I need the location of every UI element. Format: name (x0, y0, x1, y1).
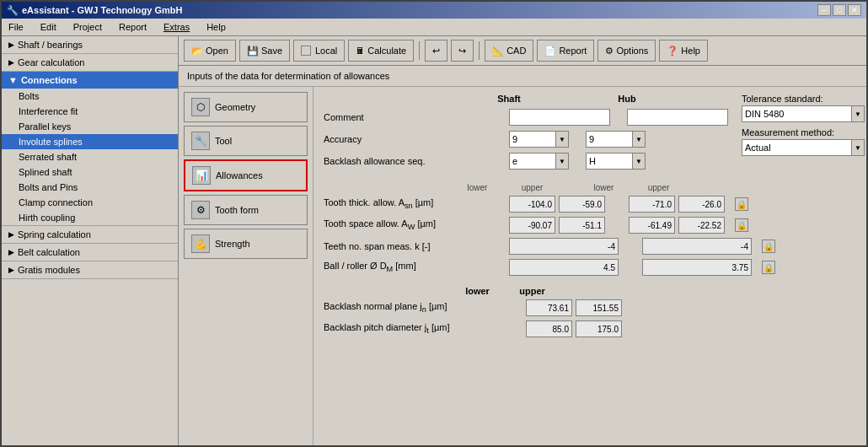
sidebar-group-connections[interactable]: ▼ Connections (2, 72, 178, 89)
shaft-upper-header: upper (505, 183, 560, 192)
backlash-hub-input[interactable]: H (586, 153, 632, 170)
sidebar-group-gear[interactable]: ▶ Gear calculation (2, 54, 178, 71)
measurement-method-combo[interactable]: Actual ▼ (742, 139, 866, 156)
result-lower-header: lower (450, 286, 505, 296)
backlash-row: Backlash allowance seq. e ▼ H ▼ (324, 153, 728, 170)
backlash-normal-row: Backlash normal plane jn [µm] 73.61 151.… (324, 299, 856, 316)
cad-button[interactable]: 📐 CAD (485, 40, 533, 62)
close-button[interactable]: ✕ (848, 4, 861, 16)
teeth-span-inputs: -4 -4 🔒 (509, 238, 775, 255)
sidebar-group-belt[interactable]: ▶ Belt calculation (2, 244, 178, 261)
tooth-space-label: Tooth space allow. AW [µm] (324, 218, 509, 231)
accuracy-hub-dropdown[interactable]: ▼ (632, 131, 646, 148)
subnav-allowances[interactable]: 📊 Allowances (184, 159, 308, 191)
subnav-tool[interactable]: 🔧 Tool (184, 126, 308, 156)
sidebar-group-spring[interactable]: ▶ Spring calculation (2, 226, 178, 243)
hub-lower-header: lower (576, 183, 631, 192)
menu-extras[interactable]: Extras (160, 20, 193, 34)
cad-icon: 📐 (492, 46, 504, 57)
redo-button[interactable]: ↪ (451, 40, 474, 62)
minimize-button[interactable]: ─ (817, 4, 831, 16)
accuracy-label: Accuracy (324, 134, 509, 144)
content-header: Inputs of the data for determination of … (179, 66, 866, 87)
menu-file[interactable]: File (5, 20, 27, 34)
help-button[interactable]: ❓ Help (659, 40, 708, 62)
options-button[interactable]: ⚙ Options (597, 40, 656, 62)
teeth-span-row: Teeth no. span meas. k [-] -4 -4 🔒 (324, 238, 856, 255)
backlash-hub-combo[interactable]: H ▼ (586, 153, 646, 170)
options-icon: ⚙ (605, 46, 613, 57)
teeth-span-lock[interactable]: 🔒 (762, 240, 775, 253)
sidebar-item-serrated-shaft[interactable]: Serrated shaft (2, 149, 178, 164)
tooth-thick-label: Tooth thick. allow. Asn [µm] (324, 197, 509, 210)
backlash-normal-lower: 73.61 (526, 299, 572, 316)
menu-edit[interactable]: Edit (37, 20, 60, 34)
accuracy-hub-input[interactable]: 9 (586, 131, 632, 148)
sidebar-group-gratis[interactable]: ▶ Gratis modules (2, 261, 178, 278)
backlash-shaft-input[interactable]: e (509, 153, 555, 170)
tooth-thick-lock[interactable]: 🔒 (735, 197, 748, 211)
maximize-button[interactable]: □ (833, 4, 846, 16)
sidebar-item-involute-splines[interactable]: Involute splines (2, 134, 178, 149)
sidebar-item-bolts[interactable]: Bolts (2, 89, 178, 104)
sidebar-belt-label: Belt calculation (18, 247, 80, 257)
menu-help[interactable]: Help (203, 20, 229, 34)
tolerance-standard-combo[interactable]: DIN 5480 ▼ (742, 105, 866, 122)
shaft-header: Shaft (450, 94, 568, 104)
tooth-space-shaft-upper: -51.1 (559, 217, 605, 234)
sidebar-connections-label: Connections (21, 75, 78, 85)
backlash-normal-label: Backlash normal plane jn [µm] (324, 301, 526, 314)
tooth-space-shaft-lower: -90.07 (509, 217, 555, 234)
sidebar-group-shaft[interactable]: ▶ Shaft / bearings (2, 36, 178, 53)
arrow-icon: ▶ (8, 40, 14, 49)
subnav-toothform[interactable]: ⚙ Tooth form (184, 195, 308, 225)
accuracy-shaft-combo[interactable]: 9 ▼ (509, 131, 569, 148)
backlash-pitch-inputs: 85.0 175.0 (526, 320, 622, 337)
toolbar: 📂 Open 💾 Save Local 🖩 Calculate ↩ (179, 36, 866, 66)
undo-button[interactable]: ↩ (425, 40, 447, 62)
backlash-shaft-combo[interactable]: e ▼ (509, 153, 569, 170)
calculate-button[interactable]: 🖩 Calculate (348, 40, 414, 62)
tooth-space-lock[interactable]: 🔒 (735, 218, 748, 232)
ball-roller-lock[interactable]: 🔒 (762, 261, 775, 274)
subnav-geometry[interactable]: ⬡ Geometry (184, 92, 308, 122)
arrow-icon: ▶ (8, 58, 14, 67)
measurement-method-input[interactable]: Actual (742, 139, 851, 156)
subnav-strength[interactable]: 💪 Strength (184, 229, 308, 259)
comment-hub-input[interactable] (627, 109, 728, 126)
menu-report[interactable]: Report (115, 20, 150, 34)
backlash-shaft-dropdown[interactable]: ▼ (555, 153, 569, 170)
open-button[interactable]: 📂 Open (184, 40, 236, 62)
sidebar-item-hirth[interactable]: Hirth coupling (2, 210, 178, 225)
teeth-span-hub: -4 (642, 238, 752, 255)
title-bar: 🔧 eAssistant - GWJ Technology GmbH ─ □ ✕ (2, 2, 866, 19)
tooth-thick-shaft-upper: -59.0 (559, 196, 605, 213)
backlash-normal-upper: 151.55 (576, 299, 622, 316)
accuracy-hub-combo[interactable]: 9 ▼ (586, 131, 646, 148)
menu-project[interactable]: Project (70, 20, 105, 34)
tooth-thick-shaft-lower: -104.0 (509, 196, 555, 213)
save-button[interactable]: 💾 Save (239, 40, 290, 62)
ball-roller-shaft: 4.5 (509, 259, 619, 276)
backlash-normal-inputs: 73.61 151.55 (526, 299, 622, 316)
sidebar-item-clamp[interactable]: Clamp connection (2, 195, 178, 210)
accuracy-shaft-input[interactable]: 9 (509, 131, 555, 148)
accuracy-shaft-dropdown[interactable]: ▼ (555, 131, 569, 148)
teeth-span-label: Teeth no. span meas. k [-] (324, 241, 509, 251)
sidebar-item-parallel-keys[interactable]: Parallel keys (2, 119, 178, 134)
measurement-method-dropdown[interactable]: ▼ (851, 139, 865, 156)
tool-icon: 🔧 (191, 132, 210, 150)
comment-shaft-input[interactable] (509, 109, 610, 126)
sidebar-item-interference[interactable]: Interference fit (2, 104, 178, 119)
strength-icon: 💪 (191, 234, 210, 253)
sidebar-gear-label: Gear calculation (18, 57, 85, 67)
tolerance-standard-input[interactable]: DIN 5480 (742, 105, 851, 122)
backlash-pitch-upper: 175.0 (576, 320, 622, 337)
sidebar-item-bolts-pins[interactable]: Bolts and Pins (2, 180, 178, 195)
local-button[interactable]: Local (293, 40, 345, 62)
sidebar-item-splined-shaft[interactable]: Splined shaft (2, 164, 178, 180)
tolerance-standard-dropdown[interactable]: ▼ (851, 105, 865, 122)
report-button[interactable]: 📄 Report (537, 40, 594, 62)
backlash-hub-dropdown[interactable]: ▼ (632, 153, 646, 170)
menu-bar: File Edit Project Report Extras Help (2, 19, 866, 36)
